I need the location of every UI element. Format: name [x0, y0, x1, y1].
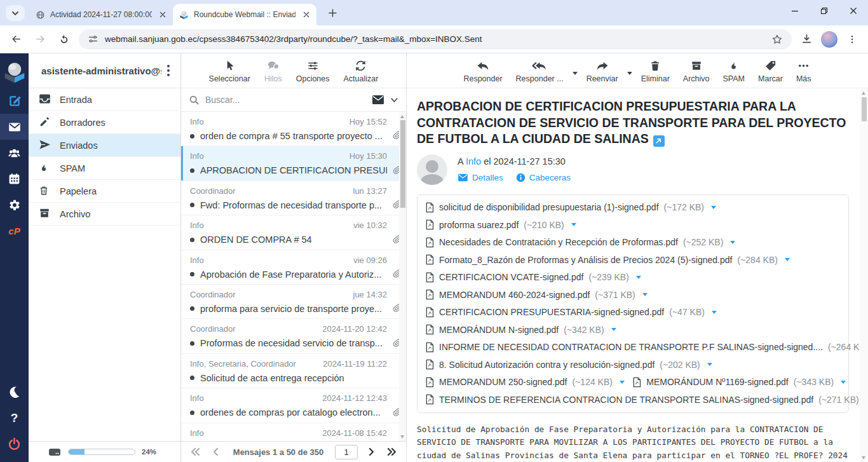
attachment-item[interactable]: MEMORÁNDUM N-signed.pdf (~342 KB) — [425, 324, 616, 335]
spam-button[interactable]: SPAM — [719, 58, 750, 88]
attachment-name[interactable]: MEMORANDUM 250-signed.pdf — [439, 377, 567, 387]
folder-item-entrada[interactable]: Entrada — [29, 88, 180, 111]
site-info-icon[interactable] — [88, 34, 98, 44]
mail-scrollbar-thumb[interactable] — [862, 97, 867, 121]
attachment-item[interactable]: proforma suarez.pdf (~210 KB) — [425, 219, 576, 230]
url-text[interactable]: webmail.sanjuan.gob.ec/cpsess3846753402/… — [105, 34, 765, 44]
forward-dropdown-caret[interactable] — [627, 72, 632, 75]
attachment-item[interactable]: MEMORANDUM 460-2024-signed.pdf (~371 KB) — [425, 289, 648, 300]
attachment-menu-caret[interactable] — [841, 381, 846, 384]
folder-item-enviados[interactable]: Enviados — [29, 134, 180, 157]
next-page-button[interactable] — [363, 444, 381, 459]
downloads-button[interactable] — [797, 30, 816, 49]
attachment-menu-caret[interactable] — [730, 241, 735, 244]
scroll-up-arrow[interactable] — [400, 115, 404, 118]
attachment-menu-caret[interactable] — [571, 223, 576, 226]
attachment-name[interactable]: Necesidades de Contratación y Recepción … — [439, 237, 678, 247]
last-page-button[interactable] — [383, 444, 401, 459]
attachment-name[interactable]: solicitud de disponibilidad presupuestar… — [439, 202, 659, 212]
message-row[interactable]: Info Hoy 15:30 APROBACION DE CERTIFICACI… — [181, 146, 406, 180]
message-row[interactable]: Info Hoy 15:52 orden de compra # 55 tran… — [181, 112, 406, 146]
attachment-item[interactable]: solicitud de disponibilidad presupuestar… — [425, 202, 716, 213]
browser-menu-button[interactable] — [843, 30, 862, 49]
forward-button[interactable] — [31, 30, 50, 49]
cpanel-link[interactable]: cP — [0, 218, 29, 244]
search-bar[interactable]: Buscar... — [181, 88, 406, 112]
attachment-menu-caret[interactable] — [707, 363, 712, 366]
attachment-menu-caret[interactable] — [711, 206, 716, 209]
attachment-name[interactable]: MEMORÁNDUM N-signed.pdf — [439, 325, 559, 335]
attachment-menu-caret[interactable] — [611, 328, 616, 331]
attachment-item[interactable]: 8. Solicitud Autorización contra y resol… — [425, 359, 712, 370]
attachment-item[interactable]: TERMINOS DE REFERENCIA CONTRACION DE TRA… — [425, 394, 841, 405]
options-button[interactable]: Opciones — [296, 58, 330, 88]
attachment-item[interactable]: Formato_8_Razón de Proformas y Análisis … — [425, 254, 790, 265]
tab-close-icon[interactable] — [301, 10, 311, 20]
first-page-button[interactable] — [186, 444, 204, 459]
attachment-item[interactable]: MEMORÁNDUM Nº1169-signed.pdf (~343 KB) — [632, 377, 841, 388]
attachment-name[interactable]: INFORME DE NECESIDAD CONTRATACION DE TRA… — [439, 342, 823, 352]
reply-button[interactable]: Responder — [459, 58, 506, 88]
help-button[interactable]: ? — [0, 405, 29, 431]
details-toggle[interactable]: Detalles — [458, 173, 503, 182]
message-row[interactable]: Coordinador lun 13:27 Fwd: Proformas de … — [181, 181, 406, 215]
account-menu-button[interactable] — [161, 65, 175, 76]
attachment-menu-caret[interactable] — [642, 293, 648, 296]
folder-item-borradores[interactable]: Borradores — [29, 111, 180, 134]
attachment-name[interactable]: proforma suarez.pdf — [439, 220, 519, 230]
window-close-button[interactable] — [839, 0, 868, 21]
search-scope-mail-icon[interactable] — [372, 95, 384, 105]
attachment-menu-caret[interactable] — [620, 381, 625, 384]
open-in-new-window-button[interactable] — [653, 135, 665, 147]
dark-mode-button[interactable] — [0, 379, 29, 405]
mail-nav-button[interactable] — [0, 114, 29, 140]
new-tab-button[interactable] — [324, 4, 341, 21]
forward-button[interactable]: Reenviar — [582, 58, 623, 88]
tab-close-icon[interactable] — [157, 10, 168, 20]
message-row[interactable]: Coordinador 2024-11-20 12:42 Proformas d… — [181, 319, 406, 353]
select-button[interactable]: Seleccionar — [209, 58, 250, 88]
attachment-name[interactable]: MEMORANDUM 460-2024-signed.pdf — [439, 290, 590, 300]
archive-button[interactable]: Archivo — [679, 58, 714, 88]
page-number-input[interactable]: 1 — [335, 445, 358, 459]
attachment-menu-caret[interactable] — [636, 276, 641, 279]
mark-button[interactable]: Marcar — [754, 58, 787, 88]
message-row[interactable]: Info vie 10:32 ORDEN DE COMPRA # 54 — [181, 215, 406, 250]
scroll-down-arrow[interactable] — [400, 435, 404, 438]
reply-all-button[interactable]: Responder ... — [512, 58, 568, 88]
attachment-name[interactable]: CERTIFICACION PRESUPUESTARIA-signed-sign… — [439, 307, 664, 317]
back-button[interactable] — [6, 30, 25, 49]
delete-button[interactable]: Eliminar — [637, 58, 674, 88]
message-row[interactable]: Info, Secretaria, Coordinador 2024-11-19… — [181, 354, 406, 388]
url-bar[interactable]: webmail.sanjuan.gob.ec/cpsess3846753402/… — [79, 29, 792, 50]
attachment-menu-caret[interactable] — [712, 311, 717, 314]
attachment-item[interactable]: Necesidades de Contratación y Recepción … — [425, 237, 735, 248]
attachment-name[interactable]: CERTIFICACION VCATE-signed.pdf — [439, 272, 583, 282]
more-button[interactable]: Más — [792, 58, 816, 88]
window-restore-button[interactable] — [810, 0, 839, 21]
mail-scroll-down-arrow[interactable] — [862, 456, 865, 459]
attachment-item[interactable]: MEMORANDUM 250-signed.pdf (~124 KB) — [425, 377, 620, 388]
mail-scrollbar[interactable] — [860, 89, 868, 462]
logout-button[interactable] — [0, 431, 29, 457]
contacts-nav-button[interactable] — [0, 140, 29, 166]
search-placeholder[interactable]: Buscar... — [205, 95, 366, 105]
threads-button[interactable]: Hilos — [264, 58, 282, 88]
search-options-chevron-icon[interactable] — [390, 96, 398, 104]
refresh-button[interactable] — [55, 30, 74, 49]
headers-toggle[interactable]: Cabeceras — [516, 173, 571, 182]
settings-nav-button[interactable] — [0, 192, 29, 218]
attachment-menu-caret[interactable] — [785, 258, 790, 261]
mail-scroll-up-arrow[interactable] — [862, 92, 865, 95]
reply-all-dropdown-caret[interactable] — [573, 72, 578, 75]
recipient-link[interactable]: Info — [466, 156, 481, 166]
attachment-item[interactable]: CERTIFICACION PRESUPUESTARIA-signed-sign… — [425, 307, 717, 318]
browser-tab-roundcube[interactable]: Roundcube Webmail :: Enviados — [173, 4, 316, 25]
message-row[interactable]: Coordinador jue 14:32 proforma para serv… — [181, 285, 406, 319]
attachment-item[interactable]: CERTIFICACION VCATE-signed.pdf (~239 KB) — [425, 272, 641, 283]
tab-search-button[interactable] — [6, 5, 25, 21]
calendar-nav-button[interactable] — [0, 166, 29, 192]
attachment-name[interactable]: 8. Solicitud Autorización contra y resol… — [439, 360, 654, 370]
browser-tab-activity[interactable]: Actividad 2024-11-27 08:00:00 — [29, 4, 173, 25]
list-scrollbar[interactable] — [399, 112, 406, 441]
